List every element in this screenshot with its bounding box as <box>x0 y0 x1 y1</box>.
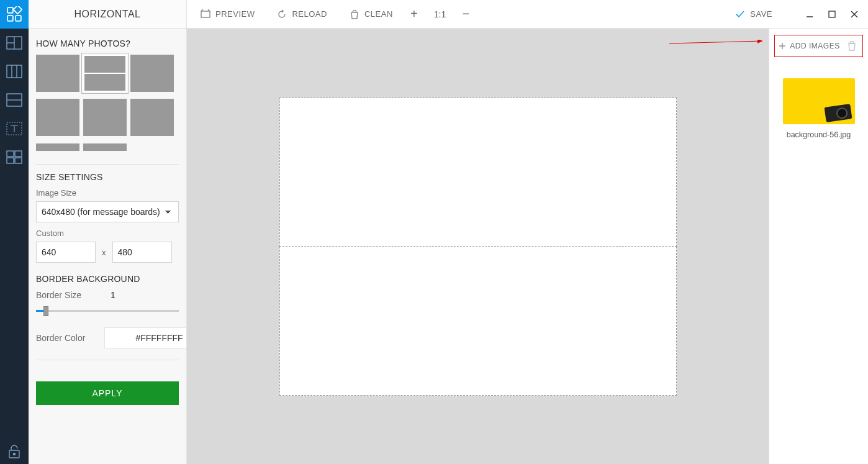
reload-label: RELOAD <box>292 9 327 19</box>
canvas-frame <box>279 98 677 396</box>
add-images-label: ADD IMAGES <box>790 42 839 50</box>
image-thumbnail-label: background-56.jpg <box>769 130 868 139</box>
rail-grid-2x2-icon[interactable] <box>0 143 29 171</box>
svg-marker-25 <box>757 40 762 43</box>
rail-rows-icon[interactable] <box>0 86 29 114</box>
apply-button[interactable]: APPLY <box>36 381 179 405</box>
canvas-background <box>187 29 769 464</box>
divider-2 <box>36 360 179 360</box>
rail-lock-icon[interactable] <box>0 444 29 459</box>
svg-rect-3 <box>14 6 22 14</box>
app-logo <box>0 0 29 29</box>
canvas-slot-1[interactable] <box>279 98 677 247</box>
svg-rect-19 <box>201 11 210 17</box>
svg-rect-16 <box>15 158 22 163</box>
zoom-ratio: 1:1 <box>434 9 446 19</box>
save-label: SAVE <box>750 9 772 19</box>
window-controls <box>798 5 866 24</box>
images-panel: ADD IMAGES background-56.jpg <box>769 29 868 464</box>
reload-button[interactable]: RELOAD <box>266 0 338 29</box>
rail-grid-2x1-icon[interactable] <box>0 29 29 57</box>
svg-rect-1 <box>7 16 13 21</box>
border-heading: BORDER BACKGROUND <box>36 274 179 284</box>
svg-point-18 <box>14 453 16 455</box>
divider <box>36 164 179 165</box>
svg-rect-14 <box>15 151 22 157</box>
border-size-label: Border Size <box>36 290 111 300</box>
svg-rect-0 <box>7 7 13 13</box>
toolbar: PREVIEW RELOAD CLEAN + 1:1 − SAVE <box>187 0 868 29</box>
annotation-arrow <box>669 40 769 52</box>
rail-columns-icon[interactable] <box>0 57 29 86</box>
border-size-slider[interactable] <box>36 305 179 316</box>
layout-7-rows[interactable] <box>36 143 79 151</box>
layout-1-row[interactable] <box>36 55 79 92</box>
workspace: ADD IMAGES background-56.jpg <box>187 29 868 464</box>
layout-thumbnails <box>36 55 179 154</box>
layout-2-rows[interactable] <box>83 55 127 92</box>
zoom-in-button[interactable]: + <box>408 8 420 20</box>
photos-heading: HOW MANY PHOTOS? <box>36 39 179 48</box>
sidebar-body: HOW MANY PHOTOS? SIZE SETTINGS Image S <box>29 29 186 464</box>
save-button[interactable]: SAVE <box>721 9 786 19</box>
image-size-label: Image Size <box>36 188 179 198</box>
app-root: HORIZONTAL HOW MANY PHOTOS? SIZE <box>0 0 868 464</box>
window-maximize-button[interactable] <box>821 5 843 24</box>
custom-label: Custom <box>36 229 179 238</box>
border-color-input[interactable] <box>104 327 186 348</box>
sidebar-title: HORIZONTAL <box>29 0 186 29</box>
custom-height-input[interactable] <box>112 242 172 263</box>
zoom-out-button[interactable]: − <box>459 8 472 20</box>
clean-button[interactable]: CLEAN <box>338 0 404 29</box>
svg-rect-13 <box>7 151 14 157</box>
border-color-label: Border Color <box>36 333 98 343</box>
sidebar: HORIZONTAL HOW MANY PHOTOS? SIZE <box>29 0 187 464</box>
clean-label: CLEAN <box>364 9 393 19</box>
window-close-button[interactable] <box>843 5 866 24</box>
canvas-slot-2[interactable] <box>279 247 677 396</box>
rail-text-icon[interactable] <box>0 114 29 143</box>
layout-4-rows[interactable] <box>36 99 79 136</box>
window-minimize-button[interactable] <box>798 5 821 24</box>
size-heading: SIZE SETTINGS <box>36 172 179 182</box>
image-thumbnail[interactable] <box>783 78 855 124</box>
left-rail <box>0 0 29 464</box>
custom-width-input[interactable] <box>36 242 96 263</box>
dim-x: x <box>102 248 106 257</box>
svg-rect-15 <box>7 158 14 163</box>
svg-rect-21 <box>829 11 835 17</box>
plus-icon <box>779 42 786 50</box>
trash-icon[interactable] <box>848 41 856 51</box>
svg-rect-7 <box>7 65 22 78</box>
svg-rect-2 <box>16 16 21 21</box>
preview-label: PREVIEW <box>215 9 255 19</box>
border-size-value: 1 <box>111 290 115 300</box>
layout-6-rows[interactable] <box>130 99 174 136</box>
preview-button[interactable]: PREVIEW <box>189 0 266 29</box>
image-size-select[interactable]: 640x480 (for message boards) <box>36 201 179 222</box>
add-images-button[interactable]: ADD IMAGES <box>774 35 863 57</box>
layout-3-rows[interactable] <box>130 55 174 92</box>
layout-5-rows[interactable] <box>83 99 127 136</box>
svg-line-24 <box>669 41 762 43</box>
layout-8-rows[interactable] <box>83 143 127 151</box>
main: PREVIEW RELOAD CLEAN + 1:1 − SAVE <box>187 0 868 464</box>
